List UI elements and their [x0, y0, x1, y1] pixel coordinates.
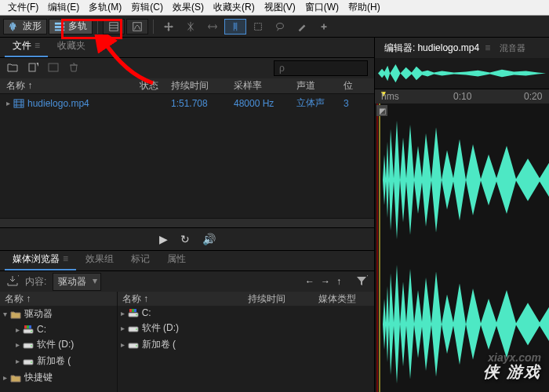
tab-properties[interactable]: 属性 — [159, 249, 194, 270]
col-bit[interactable]: 位 — [344, 79, 367, 93]
list-item[interactable]: ▸C: — [118, 306, 374, 320]
spectral-freq-icon — [108, 21, 119, 32]
content-col-duration[interactable]: 持续时间 — [248, 292, 318, 306]
col-status[interactable]: 状态 — [140, 79, 171, 93]
file-row[interactable]: ▸ hudielogo.mp4 1:51.708 48000 Hz 立体声 3 — [0, 94, 374, 112]
skip-button[interactable]: 🔊 — [202, 233, 216, 245]
tool-lasso[interactable] — [270, 19, 290, 34]
list-label: 软件 (D:) — [142, 321, 179, 335]
menu-effects[interactable]: 效果(S) — [168, 0, 209, 16]
open-file-button[interactable] — [6, 63, 19, 74]
tool-button-1[interactable] — [103, 19, 125, 34]
tool-move[interactable] — [158, 19, 179, 34]
audio-overview[interactable] — [375, 58, 549, 89]
content-dropdown[interactable]: 驱动器 — [53, 273, 101, 291]
filter-button[interactable]: ▾ — [355, 275, 368, 289]
menu-clip[interactable]: 剪辑(C) — [126, 0, 168, 16]
search-input[interactable]: ρ — [274, 60, 368, 76]
content-col-type[interactable]: 媒体类型 — [318, 292, 356, 306]
tab-favorites[interactable]: 收藏夹 — [49, 36, 93, 57]
panel-menu-icon[interactable]: ≡ — [35, 40, 40, 51]
col-name[interactable]: 名称 ↑ — [6, 79, 140, 93]
content-col-name[interactable]: 名称 ↑ — [122, 292, 248, 306]
tool-slip[interactable] — [202, 19, 223, 34]
files-toolbar: ▾ ρ — [0, 58, 374, 78]
expand-caret-icon[interactable]: ▸ — [16, 357, 20, 365]
play-button[interactable]: ▶ — [159, 233, 168, 245]
tree-item[interactable]: ▸C: — [0, 322, 117, 336]
expand-caret-icon[interactable]: ▸ — [121, 309, 125, 318]
expand-caret-icon[interactable]: ▸ — [121, 324, 125, 332]
tab-media-browser[interactable]: 媒体浏览器≡ — [5, 249, 76, 270]
col-samplerate[interactable]: 采样率 — [234, 79, 296, 93]
expand-caret-icon[interactable]: ▸ — [6, 99, 10, 107]
menu-bar: 文件(F) 编辑(E) 多轨(M) 剪辑(C) 效果(S) 收藏夹(R) 视图(… — [0, 0, 549, 16]
tool-razor[interactable] — [180, 19, 201, 34]
panel-menu-icon[interactable]: ≡ — [485, 42, 490, 53]
content-label: 内容: — [25, 275, 46, 289]
spectral-toggle-button[interactable] — [47, 63, 60, 74]
tool-time-select[interactable]: I — [224, 19, 246, 34]
svg-point-27 — [136, 314, 137, 316]
col-channels[interactable]: 声道 — [296, 79, 344, 93]
svg-text:▾: ▾ — [367, 275, 368, 282]
razor-icon — [185, 21, 196, 32]
tree-item[interactable]: ▸新加卷 ( — [0, 353, 117, 369]
expand-caret-icon[interactable]: ▸ — [3, 373, 7, 382]
tree-item[interactable]: ▸快捷键 — [0, 369, 117, 386]
content-tree: 名称 ↑ 持续时间 媒体类型 ▸C:▸软件 (D:)▸新加卷 ( — [118, 292, 374, 392]
menu-help[interactable]: 帮助(H) — [344, 0, 385, 16]
back-button[interactable]: ← — [305, 276, 314, 287]
forward-button[interactable]: → — [321, 276, 330, 287]
tool-brush[interactable] — [292, 19, 312, 34]
menu-window[interactable]: 窗口(W) — [300, 0, 344, 16]
svg-rect-24 — [129, 309, 132, 312]
file-name: hudielogo.mp4 — [27, 98, 89, 109]
tab-editor[interactable]: 编辑器: hudielogo.mp4 ≡ — [380, 38, 495, 58]
panel-menu-icon[interactable]: ≡ — [63, 253, 68, 264]
multitrack-mode-button[interactable]: 多轨 — [49, 19, 93, 34]
tool-button-2[interactable] — [126, 19, 148, 34]
tool-heal[interactable] — [314, 19, 334, 34]
expand-caret-icon[interactable]: ▾ — [3, 310, 7, 318]
expand-caret-icon[interactable]: ▸ — [16, 340, 20, 349]
menu-multitrack[interactable]: 多轨(M) — [84, 0, 126, 16]
list-item[interactable]: ▸新加卷 ( — [118, 336, 374, 353]
list-item[interactable]: ▸软件 (D:) — [118, 320, 374, 336]
tab-files[interactable]: 文件≡ — [5, 36, 48, 57]
expand-caret-icon[interactable]: ▸ — [121, 340, 125, 349]
tree-item[interactable]: ▸软件 (D:) — [0, 336, 117, 353]
tab-effects-rack[interactable]: 效果组 — [78, 249, 122, 270]
tree-col-name[interactable]: 名称 ↑ — [5, 292, 31, 306]
svg-rect-10 — [49, 64, 58, 71]
col-duration[interactable]: 持续时间 — [171, 79, 234, 93]
menu-view[interactable]: 视图(V) — [260, 0, 300, 16]
up-button[interactable]: ↑ — [336, 276, 341, 287]
time-ruler[interactable]: ▼ hms 0:10 0:20 — [375, 89, 549, 103]
multitrack-icon — [54, 21, 65, 32]
tab-markers[interactable]: 标记 — [123, 249, 158, 270]
list-label: 新加卷 ( — [142, 338, 176, 351]
menu-favorites[interactable]: 收藏夹(R) — [209, 0, 260, 16]
editor-filename: hudielogo.mp4 — [417, 42, 479, 53]
expand-caret-icon[interactable]: ▸ — [16, 325, 20, 334]
waveform-mode-button[interactable]: 波形 — [3, 19, 47, 34]
files-panel-tabs: 文件≡ 收藏夹 — [0, 38, 374, 58]
loop-button[interactable]: ↻ — [180, 233, 190, 245]
brush-icon — [296, 21, 307, 32]
new-multitrack-button[interactable]: ▾ — [27, 63, 39, 74]
svg-rect-17 — [29, 325, 31, 328]
tab-mixer[interactable]: 混音器 — [495, 39, 530, 57]
time-select-icon: I — [230, 21, 241, 32]
menu-file[interactable]: 文件(F) — [3, 0, 43, 16]
main-toolbar: 波形 多轨 I — [0, 16, 549, 38]
import-button[interactable]: ▾ — [6, 275, 19, 289]
tool-marquee[interactable] — [248, 19, 268, 34]
editor-prefix: 编辑器: — [384, 42, 415, 53]
waveform-display[interactable]: ◩ — [375, 103, 549, 392]
media-browser-panel: 媒体浏览器≡ 效果组 标记 属性 ▾ 内容: 驱动器 ← → ↑ ▾ 名称 ↑ … — [0, 251, 374, 392]
close-file-button[interactable] — [67, 63, 80, 74]
menu-edit[interactable]: 编辑(E) — [43, 0, 84, 16]
tree-item[interactable]: ▾驱动器 — [0, 306, 117, 322]
channel-indicator: ◩ — [376, 105, 387, 116]
